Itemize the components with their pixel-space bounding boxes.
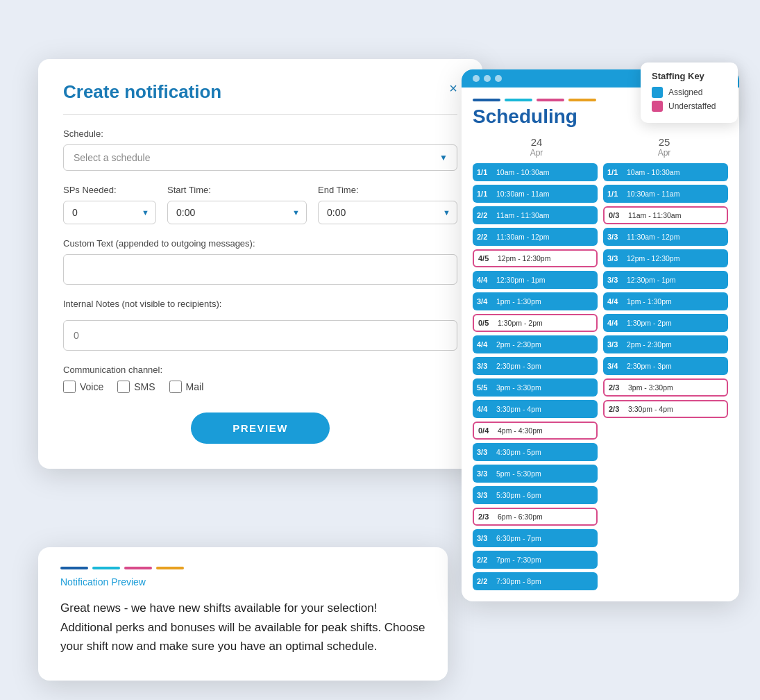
panel-content: Scheduling 24 Apr 25 Apr 1/110am - 10:30… [462, 88, 739, 601]
notification-preview-card: Notification Preview Great news - we hav… [38, 547, 448, 681]
end-time-label: End Time: [318, 185, 457, 195]
schedule-col-1: 1/110am - 10:30am1/110:30am - 11am2/211a… [473, 163, 598, 590]
sched-bar-cyan [505, 99, 532, 101]
schedule-slot[interactable]: 4/41pm - 1:30pm [603, 292, 728, 310]
date1-sub: Apr [473, 148, 600, 158]
end-time-input[interactable] [318, 201, 457, 224]
schedule-slot[interactable]: 3/311:30am - 12pm [603, 228, 728, 246]
schedule-slot[interactable]: 3/34:30pm - 5pm [473, 443, 598, 461]
voice-label: Voice [80, 381, 103, 392]
sched-bar-pink [537, 99, 564, 101]
custom-text-input[interactable] [63, 254, 457, 285]
schedule-slot[interactable]: 4/412:30pm - 1pm [473, 271, 598, 289]
schedule-slot[interactable]: 4/512pm - 12:30pm [473, 249, 598, 267]
internal-notes-field: Internal Notes (not visible to recipient… [63, 299, 457, 351]
voice-checkbox-item[interactable]: Voice [63, 381, 103, 393]
comm-channel-field: Communication channel: Voice SMS Mail [63, 365, 457, 393]
dot-1 [473, 75, 480, 82]
schedule-slot[interactable]: 0/311am - 11:30am [603, 206, 728, 224]
date-col-2: 25 Apr [600, 136, 728, 158]
mail-checkbox-item[interactable]: Mail [169, 381, 204, 393]
schedule-slot[interactable]: 2/27:30pm - 8pm [473, 572, 598, 590]
schedule-slot[interactable]: 2/36pm - 6:30pm [473, 508, 598, 526]
mail-label: Mail [186, 381, 204, 392]
end-time-field: End Time: ▼ [318, 185, 457, 224]
close-button[interactable]: × [449, 81, 457, 95]
sps-field: SPs Needed: ▼ [63, 185, 156, 224]
schedule-slot[interactable]: 0/51:30pm - 2pm [473, 314, 598, 332]
time-fields-row: SPs Needed: ▼ Start Time: ▼ End Time: ▼ [63, 185, 457, 224]
modal-header: Create notification × [63, 81, 457, 103]
schedule-col-2: 1/110am - 10:30am1/110:30am - 11am0/311a… [603, 163, 728, 590]
schedule-slot[interactable]: 3/42:30pm - 3pm [603, 357, 728, 375]
date2-num: 25 [600, 136, 728, 148]
sps-input-wrapper: ▼ [63, 201, 156, 224]
assigned-swatch [652, 87, 663, 98]
schedule-slot[interactable]: 3/35pm - 5:30pm [473, 465, 598, 483]
internal-notes-label: Internal Notes (not visible to recipient… [63, 299, 457, 309]
preview-color-bars [60, 567, 425, 569]
custom-text-field: Custom Text (appended to outgoing messag… [63, 238, 457, 285]
bar-orange [156, 567, 184, 569]
schedule-slot[interactable]: 0/44pm - 4:30pm [473, 422, 598, 440]
schedule-slot[interactable]: 3/312:30pm - 1pm [603, 271, 728, 289]
schedule-slot[interactable]: 1/110:30am - 11am [473, 185, 598, 203]
start-time-field: Start Time: ▼ [167, 185, 307, 224]
understaffed-label: Understaffed [668, 101, 716, 111]
sms-checkbox[interactable] [117, 381, 130, 393]
schedule-slot[interactable]: 1/110am - 10:30am [473, 163, 598, 181]
schedule-slot[interactable]: 4/42pm - 2:30pm [473, 335, 598, 353]
scheduling-panel: Scheduling 24 Apr 25 Apr 1/110am - 10:30… [462, 69, 739, 601]
dot-3 [495, 75, 502, 82]
divider [63, 114, 457, 115]
schedule-slot[interactable]: 1/110am - 10:30am [603, 163, 728, 181]
sps-input[interactable] [63, 201, 156, 224]
internal-notes-input[interactable] [63, 320, 457, 351]
schedule-slot[interactable]: 4/43:30pm - 4pm [473, 400, 598, 418]
schedule-slot[interactable]: 5/53pm - 3:30pm [473, 378, 598, 397]
modal-title: Create notification [63, 81, 221, 103]
schedule-slot[interactable]: 3/32:30pm - 3pm [473, 357, 598, 375]
assigned-label: Assigned [668, 88, 702, 97]
start-time-label: Start Time: [167, 185, 307, 195]
preview-button[interactable]: PREVIEW [191, 412, 330, 444]
assigned-key-item: Assigned [652, 87, 727, 98]
date-header: 24 Apr 25 Apr [473, 136, 728, 158]
understaffed-key-item: Understaffed [652, 101, 727, 112]
schedule-slot[interactable]: 3/35:30pm - 6pm [473, 486, 598, 504]
schedule-slot[interactable]: 2/211:30am - 12pm [473, 228, 598, 246]
bar-cyan [92, 567, 120, 569]
schedule-slot[interactable]: 2/211am - 11:30am [473, 206, 598, 224]
schedule-slot[interactable]: 1/110:30am - 11am [603, 185, 728, 203]
comm-channel-options: Voice SMS Mail [63, 381, 457, 393]
comm-channel-label: Communication channel: [63, 365, 457, 375]
start-time-input-wrapper: ▼ [167, 201, 307, 224]
schedule-select-wrapper: Select a schedule ▼ [63, 144, 457, 171]
mail-checkbox[interactable] [169, 381, 182, 393]
create-notification-modal: Create notification × Schedule: Select a… [38, 59, 482, 469]
schedule-slot[interactable]: 2/27pm - 7:30pm [473, 551, 598, 569]
sched-bar-blue [473, 99, 500, 101]
staffing-key-title: Staffing Key [652, 71, 727, 81]
schedule-slot[interactable]: 3/41pm - 1:30pm [473, 292, 598, 310]
sps-label: SPs Needed: [63, 185, 156, 195]
start-time-input[interactable] [167, 201, 307, 224]
schedule-slot[interactable]: 2/33:30pm - 4pm [603, 400, 728, 418]
understaffed-swatch [652, 101, 663, 112]
preview-card-label: Notification Preview [60, 576, 425, 588]
schedule-grid: 1/110am - 10:30am1/110:30am - 11am2/211a… [473, 163, 728, 590]
sms-checkbox-item[interactable]: SMS [117, 381, 155, 393]
schedule-select[interactable]: Select a schedule [63, 144, 457, 171]
schedule-slot[interactable]: 3/36:30pm - 7pm [473, 529, 598, 547]
schedule-slot[interactable]: 2/33pm - 3:30pm [603, 378, 728, 397]
end-time-input-wrapper: ▼ [318, 201, 457, 224]
sms-label: SMS [134, 381, 155, 392]
preview-card-text: Great news - we have new shifts availabl… [60, 599, 425, 656]
sched-bar-orange [568, 99, 596, 101]
schedule-slot[interactable]: 3/32pm - 2:30pm [603, 335, 728, 353]
bar-blue [60, 567, 88, 569]
voice-checkbox[interactable] [63, 381, 76, 393]
schedule-slot[interactable]: 3/312pm - 12:30pm [603, 249, 728, 267]
schedule-slot[interactable]: 4/41:30pm - 2pm [603, 314, 728, 332]
date2-sub: Apr [600, 148, 728, 158]
